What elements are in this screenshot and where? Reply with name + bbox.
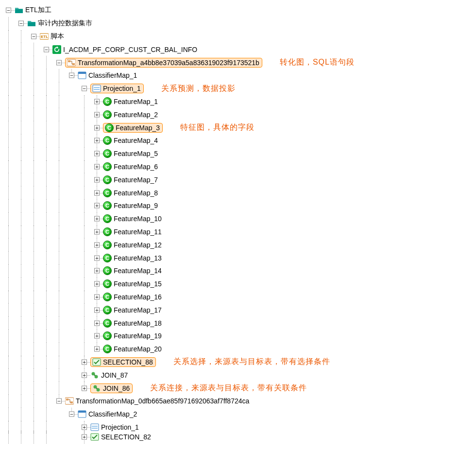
toggle-icon[interactable]: − [56,399,62,404]
toggle-icon[interactable]: + [94,229,100,234]
tree-row[interactable]: −ETL加工 [2,4,476,17]
node-etl[interactable]: ETL加工 [24,6,52,15]
node-feature[interactable]: FeatureMap_19 [113,332,163,340]
toggle-icon[interactable]: + [94,255,100,261]
node-feature[interactable]: FeatureMap_6 [113,163,159,171]
node-feature[interactable]: FeatureMap_5 [113,150,159,157]
toggle-icon[interactable]: + [94,164,100,169]
toggle-icon[interactable]: + [94,151,100,156]
toggle-icon[interactable]: + [94,112,100,117]
toggle-icon[interactable]: − [69,73,74,78]
toggle-icon[interactable]: − [18,21,24,26]
toggle-icon[interactable]: + [94,268,100,274]
node-feature[interactable]: FeatureMap_2 [113,111,159,119]
node-join[interactable]: JOIN_87 [100,371,129,379]
tree-row[interactable]: −ClassifierMap_1 [2,69,476,82]
node-feature[interactable]: FeatureMap_12 [113,241,163,249]
tree-row[interactable]: +CFeatureMap_9 [2,199,476,212]
node-selection[interactable]: SELECTION_82 [100,433,152,441]
toggle-icon[interactable]: + [82,372,87,378]
toggle-icon[interactable]: − [69,412,74,417]
toggle-icon[interactable]: − [56,60,62,65]
tree-row[interactable]: +CFeatureMap_17 [2,303,476,316]
tree-row[interactable]: +CFeatureMap_18 [2,316,476,330]
node-selection[interactable]: SELECTION_88 [102,358,154,366]
toggle-icon[interactable]: + [94,99,100,104]
node-cmap[interactable]: ClassifierMap_1 [87,71,138,79]
node-feature[interactable]: FeatureMap_10 [113,215,163,223]
toggle-icon[interactable]: + [82,385,87,391]
tree-row[interactable]: +JOIN_86关系连接，来源表与目标表，带有关联条件 [2,382,476,395]
toggle-icon[interactable]: + [82,435,87,440]
node-feature[interactable]: FeatureMap_7 [113,176,159,184]
tree-row[interactable]: +CFeatureMap_5 [2,147,476,160]
toggle-icon[interactable]: + [94,216,100,222]
node-feature[interactable]: FeatureMap_11 [113,228,163,236]
toggle-icon[interactable]: + [82,424,87,430]
node-join[interactable]: JOIN_86 [102,384,131,392]
node-feature[interactable]: FeatureMap_20 [113,345,163,353]
toggle-icon[interactable]: + [94,177,100,182]
node-feature[interactable]: FeatureMap_3 [115,124,161,132]
node-projection[interactable]: Projection_1 [102,85,142,92]
toggle-icon[interactable]: − [6,8,11,13]
tree-row[interactable]: +CFeatureMap_10 [2,212,476,226]
node-projection[interactable]: Projection_1 [100,423,140,431]
toggle-icon[interactable]: + [94,347,100,352]
tree-row[interactable]: +CFeatureMap_13 [2,251,476,264]
tree-row[interactable]: −Projection_1关系预测，数据投影 [2,82,476,95]
toggle-icon[interactable]: − [31,34,36,39]
tree-row[interactable]: +CFeatureMap_8 [2,186,476,199]
tree-row[interactable]: −TransformationMap_0dfb665ae85f971692063… [2,395,476,408]
toggle-icon[interactable]: + [94,307,100,313]
node-feature[interactable]: FeatureMap_1 [113,98,159,105]
node-tmap[interactable]: TransformationMap_0dfb665ae85f971692063a… [75,397,250,405]
node-job[interactable]: I_ACDM_PF_CORP_CUST_CR_BAL_INFO [62,46,198,53]
node-feature[interactable]: FeatureMap_13 [113,254,163,262]
node-feature[interactable]: FeatureMap_16 [113,293,163,301]
toggle-icon[interactable]: + [94,294,100,299]
tree-row[interactable]: +CFeatureMap_19 [2,330,476,343]
tree-row[interactable]: +CFeatureMap_11 [2,226,476,239]
node-feature[interactable]: FeatureMap_4 [113,137,159,144]
tree-row[interactable]: −审计内控数据集市 [2,17,476,30]
node-script[interactable]: 脚本 [50,32,65,41]
node-audit[interactable]: 审计内控数据集市 [37,19,93,28]
tree-row[interactable]: +CFeatureMap_7 [2,173,476,186]
toggle-icon[interactable]: + [94,320,100,326]
tree-row[interactable]: −脚本 [2,30,476,43]
tree-row[interactable]: +SELECTION_88关系选择，来源表与目标表，带有选择条件 [2,356,476,369]
toggle-icon[interactable]: + [94,333,100,339]
tree-row[interactable]: +CFeatureMap_12 [2,238,476,251]
node-feature[interactable]: FeatureMap_8 [113,189,159,197]
toggle-icon[interactable]: + [94,125,100,130]
tree-row[interactable]: +CFeatureMap_6 [2,160,476,174]
tree-row[interactable]: +JOIN_87 [2,368,476,382]
toggle-icon[interactable]: + [94,203,100,209]
node-feature[interactable]: FeatureMap_14 [113,267,163,275]
node-feature[interactable]: FeatureMap_9 [113,202,159,209]
node-feature[interactable]: FeatureMap_15 [113,280,163,288]
tree-row[interactable]: +SELECTION_82 [2,434,476,440]
node-cmap[interactable]: ClassifierMap_2 [87,410,138,418]
tree-row[interactable]: +CFeatureMap_15 [2,278,476,291]
tree-row[interactable]: −I_ACDM_PF_CORP_CUST_CR_BAL_INFO [2,43,476,56]
tree-row[interactable]: +CFeatureMap_2 [2,108,476,121]
node-feature[interactable]: FeatureMap_17 [113,306,163,314]
tree-row[interactable]: −ClassifierMap_2 [2,408,476,421]
toggle-icon[interactable]: − [82,86,87,91]
toggle-icon[interactable]: + [94,281,100,287]
tree-row[interactable]: +CFeatureMap_4 [2,134,476,147]
toggle-icon[interactable]: + [94,138,100,143]
node-tmap[interactable]: TransformationMap_a4bb8e37039a5a83631902… [77,59,260,67]
node-feature[interactable]: FeatureMap_18 [113,319,163,327]
tree-row[interactable]: −TransformationMap_a4bb8e37039a5a8363190… [2,56,476,69]
tree-row[interactable]: +CFeatureMap_1 [2,95,476,108]
tree-row[interactable]: +CFeatureMap_16 [2,291,476,304]
toggle-icon[interactable]: + [82,359,87,365]
toggle-icon[interactable]: − [44,47,49,52]
toggle-icon[interactable]: + [94,190,100,195]
tree-row[interactable]: +CFeatureMap_20 [2,343,476,356]
toggle-icon[interactable]: + [94,242,100,247]
tree-row[interactable]: +CFeatureMap_3特征图，具体的字段 [2,121,476,134]
